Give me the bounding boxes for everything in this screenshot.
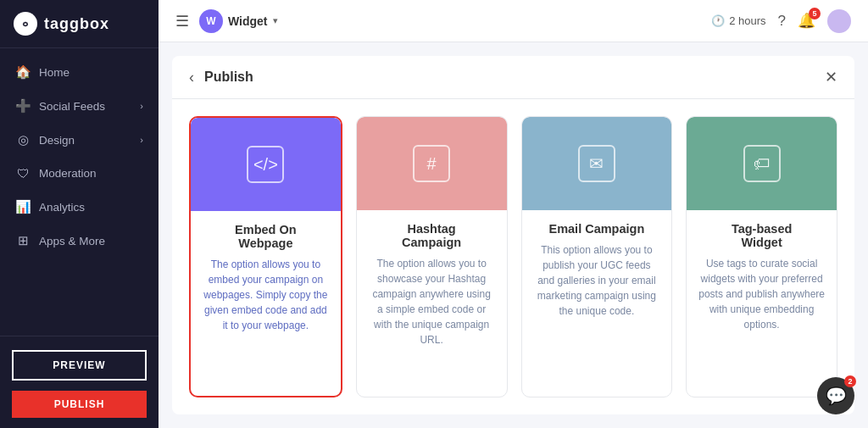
chevron-icon-design: › (140, 135, 143, 145)
chat-widget-button[interactable]: 💬 2 (817, 377, 854, 414)
hashtag-icon: # (413, 145, 450, 182)
sidebar-item-apps-more-label: Apps & More (39, 235, 105, 247)
sidebar-nav: 🏠 Home ➕ Social Feeds › ◎ Design › 🛡 Mod… (0, 48, 159, 336)
sidebar-bottom: PREVIEW PUBLISH (0, 336, 159, 428)
publish-header: ‹ Publish ✕ (172, 56, 854, 99)
tag-card-desc: Use tags to curate social widgets with y… (698, 256, 825, 332)
tag-card-image: 🏷 (687, 117, 837, 210)
user-avatar[interactable] (827, 9, 851, 33)
close-button[interactable]: ✕ (825, 68, 837, 86)
chat-badge: 2 (844, 375, 856, 387)
sidebar-item-design[interactable]: ◎ Design › (0, 123, 159, 157)
sidebar-item-home-label: Home (39, 66, 70, 79)
help-button[interactable]: ? (778, 13, 786, 30)
sidebar-item-home[interactable]: 🏠 Home (0, 55, 159, 89)
sidebar-item-apps-more[interactable]: ⊞ Apps & More (0, 224, 159, 258)
notification-button[interactable]: 🔔 5 (798, 12, 815, 30)
sidebar-item-analytics-label: Analytics (39, 201, 85, 214)
sidebar-item-design-label: Design (39, 134, 75, 147)
embed-card-title: Embed OnWebpage (203, 223, 329, 250)
sidebar-item-social-feeds-label: Social Feeds (39, 100, 105, 113)
preview-button[interactable]: PREVIEW (12, 350, 147, 381)
hashtag-card-desc: The option allows you to showcase your H… (369, 256, 495, 347)
hashtag-card-image: # (357, 117, 507, 210)
email-card-body: Email Campaign This option allows you to… (522, 210, 672, 397)
main-content: ☰ W Widget ▾ 🕐 2 hours ? 🔔 5 ‹ Publish ✕ (159, 0, 868, 428)
sidebar: ⭘ taggbox 🏠 Home ➕ Social Feeds › ◎ Desi… (0, 0, 159, 428)
email-card-desc: This option allows you to publish your U… (534, 242, 660, 319)
logo-text: taggbox (44, 15, 109, 33)
publish-button[interactable]: PUBLISH (12, 391, 147, 418)
sidebar-item-analytics[interactable]: 📊 Analytics (0, 190, 159, 224)
hashtag-card-body: HashtagCampaign The option allows you to… (357, 210, 507, 397)
topnav-right: 🕐 2 hours ? 🔔 5 (711, 9, 851, 33)
logo-icon: ⭘ (14, 12, 37, 36)
tag-card-body: Tag-basedWidget Use tags to curate socia… (687, 210, 837, 397)
analytics-icon: 📊 (15, 199, 31, 214)
design-icon: ◎ (15, 132, 31, 147)
email-icon: ✉ (578, 145, 615, 182)
chevron-icon: › (140, 101, 143, 111)
time-indicator: 🕐 2 hours (711, 14, 765, 27)
sidebar-item-social-feeds[interactable]: ➕ Social Feeds › (0, 89, 159, 123)
time-label: 2 hours (729, 14, 765, 27)
widget-selector[interactable]: W Widget ▾ (199, 9, 278, 33)
publish-cards-container: </> Embed OnWebpage The option allows yo… (172, 99, 854, 414)
moderation-icon: 🛡 (15, 166, 31, 181)
publish-title: Publish (204, 69, 815, 85)
embed-card-image: </> (191, 118, 341, 211)
email-card-title: Email Campaign (534, 222, 660, 236)
apps-icon: ⊞ (15, 233, 31, 248)
sidebar-item-moderation-label: Moderation (39, 167, 97, 180)
email-campaign-card[interactable]: ✉ Email Campaign This option allows you … (521, 116, 673, 397)
hamburger-icon[interactable]: ☰ (175, 12, 189, 31)
embed-code-icon: </> (247, 146, 284, 183)
widget-avatar: W (199, 9, 223, 33)
notification-badge: 5 (809, 8, 821, 19)
clock-icon: 🕐 (711, 14, 725, 27)
top-navbar: ☰ W Widget ▾ 🕐 2 hours ? 🔔 5 (159, 0, 868, 42)
tag-card-title: Tag-basedWidget (698, 222, 825, 249)
embed-webpage-card[interactable]: </> Embed OnWebpage The option allows yo… (189, 116, 342, 397)
widget-label: Widget (228, 14, 268, 28)
home-icon: 🏠 (15, 64, 31, 80)
sidebar-item-moderation[interactable]: 🛡 Moderation (0, 157, 159, 190)
logo-area: ⭘ taggbox (0, 0, 159, 48)
embed-card-desc: The option allows you to embed your camp… (203, 257, 329, 333)
tag-based-widget-card[interactable]: 🏷 Tag-basedWidget Use tags to curate soc… (686, 116, 837, 397)
publish-panel: ‹ Publish ✕ </> Embed OnWebpage The opti… (172, 56, 854, 414)
tag-icon: 🏷 (743, 145, 781, 182)
hashtag-campaign-card[interactable]: # HashtagCampaign The option allows you … (356, 116, 508, 397)
back-button[interactable]: ‹ (189, 69, 194, 86)
email-card-image: ✉ (522, 117, 672, 210)
embed-card-body: Embed OnWebpage The option allows you to… (191, 211, 341, 396)
hashtag-card-title: HashtagCampaign (369, 222, 495, 249)
widget-chevron-icon: ▾ (273, 15, 278, 26)
chat-icon: 💬 (826, 386, 847, 406)
plus-icon: ➕ (15, 98, 31, 114)
